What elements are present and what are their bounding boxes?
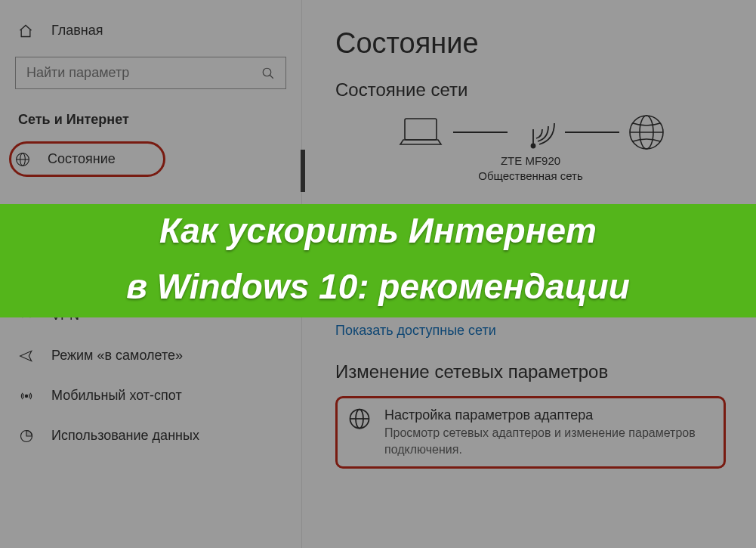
svg-point-11 [25,395,27,397]
sidebar-item-label: Режим «в самолете» [51,348,183,364]
globe-icon [14,152,31,167]
network-diagram [335,114,726,150]
adapter-settings-button[interactable]: Настройка параметров адаптера Просмотр с… [335,396,726,469]
sidebar-item-label: Мобильный хот-спот [51,388,182,404]
search-icon [261,67,275,80]
globe-icon [348,407,371,457]
adapter-desc: Просмотр сетевых адаптеров и изменение п… [384,425,713,457]
sidebar-item-label: Состояние [48,151,116,167]
device-name: ZTE MF920 [335,153,726,169]
active-tab-marker [301,150,305,192]
globe-large-icon [628,114,665,150]
home-icon [18,23,33,39]
svg-point-0 [263,68,271,76]
sidebar-item-label: Использование данных [51,428,199,444]
adapter-title: Настройка параметров адаптера [384,407,713,423]
sidebar-item-data-usage[interactable]: Использование данных [15,416,286,456]
overlay-banner-line1: Как ускорить Интернет [0,204,756,260]
diagram-caption: ZTE MF920 Общественная сеть [335,153,726,183]
change-network-params-title: Изменение сетевых параметров [335,361,726,382]
svg-point-14 [531,144,535,148]
airplane-icon [18,348,35,364]
data-usage-icon [18,429,35,444]
page-title: Состояние [335,27,726,60]
link-show-networks[interactable]: Показать доступные сети [335,317,726,345]
sidebar-item-status[interactable]: Состояние [9,141,165,177]
wifi-icon [517,116,556,149]
svg-rect-13 [405,119,437,140]
hotspot-icon [18,389,35,404]
network-type: Общественная сеть [335,169,726,184]
search-field[interactable] [26,65,261,81]
sidebar-home[interactable]: Главная [15,23,286,39]
sidebar-category-title: Сеть и Интернет [15,112,286,128]
network-status-title: Состояние сети [335,79,726,101]
overlay-banner-line2: в Windows 10: рекомендации [0,260,756,317]
laptop-icon [397,116,444,149]
sidebar-item-airplane[interactable]: Режим «в самолете» [15,336,286,376]
sidebar-item-hotspot[interactable]: Мобильный хот-спот [15,376,286,416]
sidebar-home-label: Главная [51,23,103,39]
svg-line-1 [270,75,273,79]
search-input[interactable] [15,57,286,89]
